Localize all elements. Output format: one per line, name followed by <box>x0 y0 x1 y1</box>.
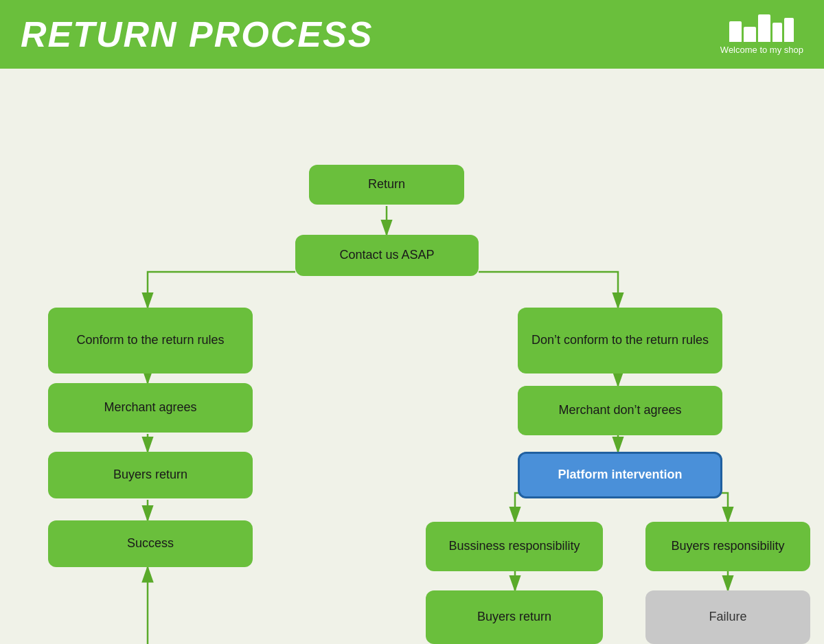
platform-intervention-node: Platform intervention <box>518 452 722 498</box>
logo-icon <box>729 14 794 42</box>
return-node: Return <box>309 165 464 205</box>
not-conform-node: Don’t conform to the return rules <box>518 308 722 373</box>
contact-node: Contact us ASAP <box>295 235 479 276</box>
header: RETURN PROCESS Welcome to my shop <box>0 0 824 69</box>
buyers-responsibility-node: Buyers responsibility <box>645 522 810 571</box>
page: RETURN PROCESS Welcome to my shop <box>0 0 824 644</box>
logo-text: Welcome to my shop <box>720 45 803 55</box>
success-node: Success <box>48 520 253 567</box>
merchant-agrees-node: Merchant agrees <box>48 383 253 433</box>
page-title: RETURN PROCESS <box>21 14 373 55</box>
merchant-not-agrees-node: Merchant don’t agrees <box>518 386 722 435</box>
buyers-return-center-node: Buyers return <box>426 590 603 644</box>
business-responsibility-node: Bussiness responsibility <box>426 522 603 571</box>
conform-node: Conform to the return rules <box>48 308 253 373</box>
buyers-return-left-node: Buyers return <box>48 452 253 498</box>
failure-node: Failure <box>645 590 810 644</box>
logo: Welcome to my shop <box>720 14 803 55</box>
flowchart: Return Contact us ASAP Conform to the re… <box>0 69 824 644</box>
